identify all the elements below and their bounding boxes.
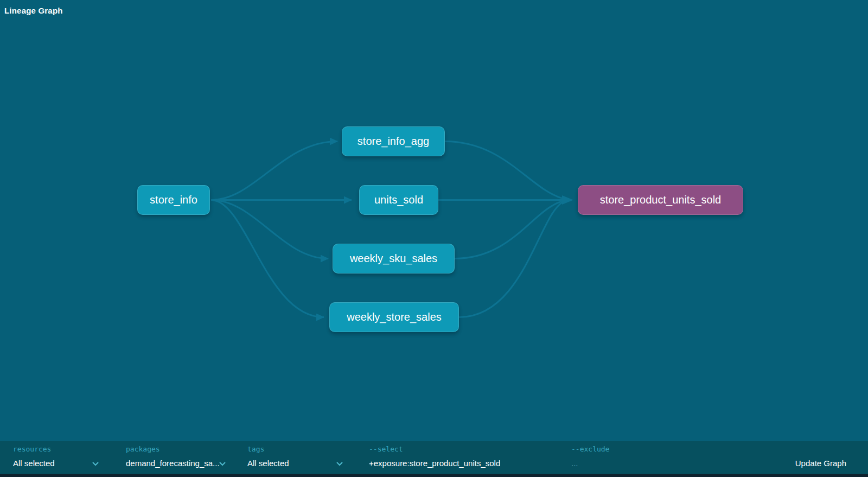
packages-dropdown[interactable]: packages demand_forecasting_sa... [126, 441, 228, 474]
graph-node-store_product_units_sold[interactable]: store_product_units_sold [578, 185, 743, 215]
select-label: --select [369, 445, 403, 453]
edge-weekly_store_sales-store_product_units_sold [459, 202, 563, 317]
node-label: units_sold [374, 194, 423, 206]
resources-dropdown[interactable]: resources All selected [13, 441, 101, 474]
chevron-down-icon [92, 462, 99, 466]
exclude-field[interactable]: --exclude ... [571, 441, 734, 474]
exclude-label: --exclude [571, 445, 609, 453]
select-field[interactable]: --select +exposure:store_product_units_s… [369, 441, 564, 474]
node-label: store_product_units_sold [600, 194, 721, 206]
tags-value: All selected [247, 459, 289, 468]
edge-store_info_agg-store_product_units_sold [445, 142, 563, 199]
graph-node-units_sold[interactable]: units_sold [359, 185, 438, 215]
node-label: weekly_store_sales [347, 311, 442, 323]
edge-arrowhead-store_product_units_sold [562, 195, 573, 205]
select-input[interactable]: +exposure:store_product_units_sold [369, 459, 500, 468]
edge-store_info-store_info_agg [211, 142, 337, 200]
update-graph-button[interactable]: Update Graph [795, 459, 846, 468]
packages-value: demand_forecasting_sa... [126, 459, 220, 468]
graph-node-weekly_sku_sales[interactable]: weekly_sku_sales [333, 244, 455, 274]
graph-node-weekly_store_sales[interactable]: weekly_store_sales [329, 302, 459, 332]
page-title: Lineage Graph [4, 6, 63, 15]
node-label: store_info [150, 194, 197, 206]
chevron-down-icon [219, 462, 226, 466]
chevron-down-icon [336, 462, 343, 466]
packages-label: packages [126, 445, 160, 453]
lineage-canvas[interactable]: store_info store_info_agg units_sold wee… [0, 0, 868, 441]
node-label: store_info_agg [358, 135, 429, 148]
edge-store_info-weekly_store_sales [211, 200, 324, 317]
bottom-strip [0, 474, 868, 477]
tags-dropdown[interactable]: tags All selected [247, 441, 345, 474]
lineage-edges [0, 0, 868, 441]
tags-label: tags [247, 445, 264, 453]
exclude-input[interactable]: ... [571, 459, 578, 468]
edge-weekly_sku_sales-store_product_units_sold [455, 201, 563, 259]
node-label: weekly_sku_sales [350, 252, 437, 265]
graph-node-store_info_agg[interactable]: store_info_agg [342, 126, 445, 156]
graph-node-store_info[interactable]: store_info [137, 185, 210, 215]
resources-label: resources [13, 445, 51, 453]
filter-bar: resources All selected packages demand_f… [0, 441, 868, 474]
resources-value: All selected [13, 459, 55, 468]
